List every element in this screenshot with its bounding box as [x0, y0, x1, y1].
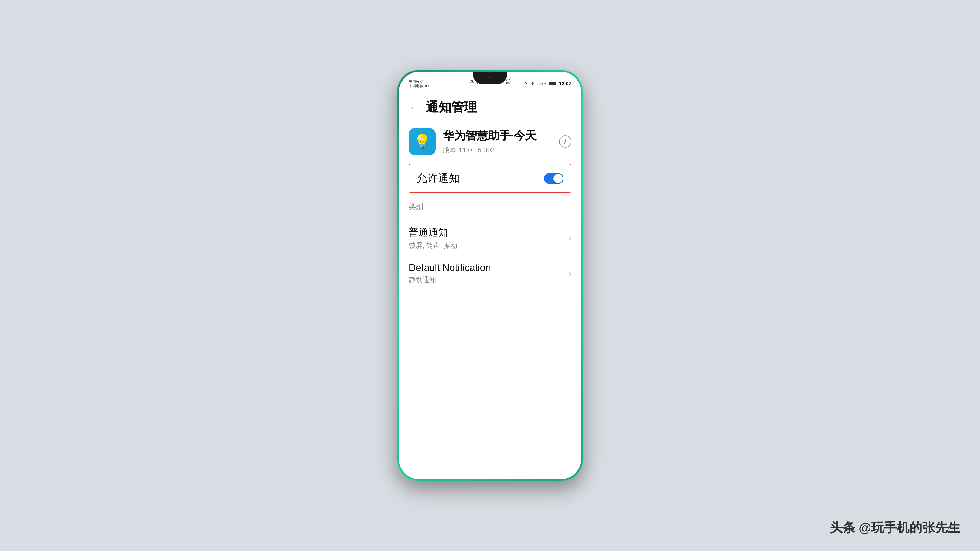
network-unit: B/s [506, 82, 510, 85]
camera [488, 75, 492, 79]
chevron-right-1: › [568, 268, 571, 279]
toggle-thumb [554, 174, 563, 183]
phone-inner: 中国移动 中国电信HD 26 46 [399, 72, 581, 479]
notch [473, 72, 507, 84]
back-button[interactable]: ← [409, 101, 420, 114]
carrier1: 中国移动 [409, 79, 429, 84]
app-version: 版本 11.0.15.303 [443, 146, 559, 155]
notif-title-1: Default Notification [409, 262, 563, 273]
notif-text-1: Default Notification 静默通知 [409, 262, 563, 284]
phone-shell: 中国移动 中国电信HD 26 46 [397, 70, 583, 481]
phone-screen: 中国移动 中国电信HD 26 46 [399, 72, 581, 479]
clock: 12:07 [559, 81, 571, 86]
allow-notifications-row[interactable]: 允许通知 [409, 164, 571, 193]
app-icon: 💡 [409, 128, 436, 155]
category-section: 类别 [399, 193, 581, 220]
bluetooth-icon: ✱ [531, 81, 534, 86]
status-left: 中国移动 中国电信HD [409, 79, 429, 88]
notif-text-0: 普通通知 锁屏, 铃声, 振动 [409, 225, 563, 250]
allow-notifications-label: 允许通知 [417, 171, 460, 186]
watermark: 头条 @玩手机的张先生 [830, 519, 960, 536]
chevron-right-0: › [568, 233, 571, 243]
info-button[interactable]: i [559, 135, 571, 148]
notif-title-0: 普通通知 [409, 225, 563, 239]
content: ← 通知管理 💡 华为智慧助手·今天 版本 11.0.15.303 i [399, 91, 581, 479]
network-speed: 87 [506, 78, 510, 82]
notif-subtitle-1: 静默通知 [409, 275, 563, 284]
header: ← 通知管理 [399, 91, 581, 121]
battery-percent: 100% [536, 81, 546, 86]
app-name: 华为智慧助手·今天 [443, 128, 559, 143]
notification-item-0[interactable]: 普通通知 锁屏, 铃声, 振动 › [399, 220, 581, 256]
bulb-icon: 💡 [414, 133, 431, 149]
page-title: 通知管理 [426, 99, 477, 116]
battery-icon [549, 81, 557, 86]
status-bar: 中国移动 中国电信HD 26 46 [399, 72, 581, 91]
battery-fill [549, 82, 556, 85]
category-label: 类别 [409, 202, 571, 212]
signal1-label: 26 [470, 79, 474, 84]
app-info-section: 💡 华为智慧助手·今天 版本 11.0.15.303 i [399, 121, 581, 164]
app-details: 华为智慧助手·今天 版本 11.0.15.303 [443, 128, 559, 155]
status-right: 👁 ✱ 100% 12:07 [525, 81, 571, 86]
notification-items-list: 普通通知 锁屏, 铃声, 振动 › Default Notification 静… [399, 220, 581, 291]
battery-container [549, 81, 557, 86]
info-icon: i [564, 138, 566, 146]
notification-item-1[interactable]: Default Notification 静默通知 › [399, 256, 581, 291]
carrier2: 中国电信HD [409, 84, 429, 88]
notif-subtitle-0: 锁屏, 铃声, 振动 [409, 241, 563, 250]
allow-notifications-toggle[interactable] [544, 173, 563, 184]
eye-icon: 👁 [525, 81, 528, 86]
